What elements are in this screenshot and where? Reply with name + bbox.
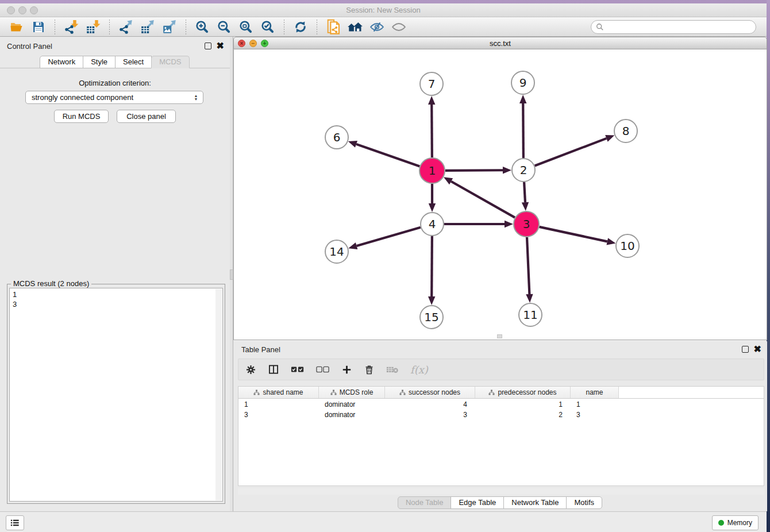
main-titlebar[interactable]: Session: New Session	[0, 3, 767, 17]
graph-edge-1-7[interactable]	[432, 105, 432, 157]
export-image-button[interactable]	[160, 19, 179, 35]
search-box[interactable]	[591, 20, 756, 34]
network-graph[interactable]: 7968124314101511	[234, 49, 767, 339]
show-panels-button[interactable]	[6, 515, 24, 530]
delete-table-button-disabled[interactable]	[386, 365, 399, 374]
search-input[interactable]	[606, 22, 751, 32]
column-header-successor-nodes[interactable]: successor nodes	[385, 387, 475, 398]
network-window-titlebar[interactable]: × − + scc.txt	[233, 37, 767, 49]
layout-document-button[interactable]	[324, 19, 342, 35]
canvas-resize-grip[interactable]	[497, 334, 502, 338]
network-window-title: scc.txt	[234, 37, 767, 50]
add-row-button[interactable]	[341, 364, 352, 375]
open-file-button[interactable]	[7, 19, 26, 35]
tab-mcds[interactable]: MCDS	[151, 56, 189, 68]
column-label: name	[586, 388, 603, 396]
optimization-criterion-dropdown[interactable]: strongly connected component ▲▼	[25, 91, 203, 104]
graph-edge-arrowhead	[348, 141, 357, 148]
toolbar-separator	[186, 20, 186, 34]
graph-edge-1-6[interactable]	[356, 144, 419, 167]
tab-motifs[interactable]: Motifs	[566, 496, 602, 509]
tab-edge-table[interactable]: Edge Table	[451, 496, 504, 509]
refresh-layout-button[interactable]	[291, 19, 310, 35]
table-scroll-strip[interactable]	[238, 488, 764, 495]
close-table-panel-icon[interactable]: ✖	[754, 346, 761, 353]
network-canvas[interactable]: 7968124314101511	[233, 49, 767, 340]
export-table-button[interactable]	[138, 19, 157, 35]
tab-style[interactable]: Style	[83, 56, 116, 68]
function-builder-button-disabled[interactable]: f(x)	[410, 364, 428, 376]
network-maximize-button[interactable]: +	[261, 40, 268, 47]
float-panel-icon[interactable]	[205, 43, 211, 49]
column-header-MCDS-role[interactable]: MCDS role	[319, 387, 385, 398]
table-row[interactable]: 3dominator323	[238, 410, 764, 419]
memory-status-dot	[718, 520, 724, 526]
export-network-button[interactable]	[117, 19, 135, 35]
home-houses-button[interactable]	[346, 19, 364, 35]
eye-icon	[391, 20, 407, 34]
graph-node-label: 2	[520, 163, 528, 177]
network-minimize-button[interactable]: −	[249, 40, 257, 47]
plus-icon	[341, 364, 352, 375]
graph-edge-4-15[interactable]	[432, 236, 432, 296]
import-network-icon	[64, 20, 79, 34]
graph-node-label: 15	[424, 310, 438, 324]
float-table-panel-icon[interactable]	[742, 346, 749, 353]
tab-network[interactable]: Network	[40, 56, 83, 68]
trash-icon	[364, 364, 375, 375]
close-panel-icon[interactable]: ✖	[217, 43, 224, 49]
tab-network-table[interactable]: Network Table	[503, 496, 567, 509]
column-header-name[interactable]: name	[571, 387, 619, 398]
save-session-button[interactable]	[29, 19, 48, 35]
zoom-in-button[interactable]	[193, 19, 211, 35]
toggle-columns-button[interactable]	[268, 364, 279, 375]
control-panel-title: Control Panel	[7, 42, 52, 51]
close-panel-button[interactable]: Close panel	[117, 110, 176, 123]
column-header-predecessor-nodes[interactable]: predecessor nodes	[475, 387, 571, 398]
column-label: shared name	[263, 388, 303, 396]
graph-edge-3-1[interactable]	[451, 182, 515, 218]
graph-edge-2-8[interactable]	[535, 138, 607, 166]
graph-edge-arrowhead	[429, 203, 436, 212]
column-header-shared-name[interactable]: shared name	[238, 387, 319, 398]
table-cell: 1	[238, 400, 319, 408]
open-folder-icon	[9, 20, 24, 34]
tab-node-table[interactable]: Node Table	[398, 496, 452, 509]
graph-edge-3-10[interactable]	[539, 227, 607, 242]
delete-rows-button[interactable]	[364, 364, 375, 375]
mcds-result-group: MCDS result (2 nodes) 13	[7, 284, 225, 504]
graph-edge-arrowhead	[505, 221, 513, 228]
zoom-selected-button[interactable]	[259, 19, 277, 35]
memory-button[interactable]: Memory	[712, 515, 759, 530]
columns-icon	[268, 364, 279, 375]
result-scrollbar[interactable]	[215, 289, 222, 500]
show-eye-button[interactable]	[390, 19, 408, 35]
table-row[interactable]: 1dominator411	[238, 400, 764, 409]
mcds-result-text: 13	[13, 290, 17, 309]
unchecked-boxes-icon	[316, 365, 330, 373]
run-mcds-button[interactable]: Run MCDS	[54, 110, 109, 123]
select-all-button[interactable]	[291, 365, 305, 373]
graph-edge-4-14[interactable]	[357, 228, 421, 246]
network-close-button[interactable]: ×	[238, 40, 245, 47]
zoom-fit-button[interactable]	[237, 19, 255, 35]
mcds-result-textarea[interactable]: 13	[9, 288, 223, 502]
dropdown-stepper-icon: ▲▼	[192, 94, 200, 101]
graph-edge-arrowhead	[526, 294, 533, 303]
graph-edge-1-2[interactable]	[445, 170, 503, 171]
table-cell: 1	[571, 400, 619, 408]
graph-edge-3-11[interactable]	[527, 237, 529, 294]
zoom-out-button[interactable]	[215, 19, 233, 35]
table-settings-gear-button[interactable]	[245, 364, 256, 375]
hide-eye-button[interactable]	[368, 19, 386, 35]
import-network-button[interactable]	[62, 19, 80, 35]
graph-edge-2-9[interactable]	[523, 103, 523, 158]
deselect-all-button[interactable]	[316, 365, 330, 373]
tab-select[interactable]: Select	[115, 56, 152, 68]
graph-node-label: 7	[428, 77, 436, 91]
graph-edge-2-3[interactable]	[524, 182, 525, 202]
import-table-button[interactable]	[84, 19, 102, 35]
table-cell: 2	[475, 411, 571, 419]
graph-edge-arrowhead	[428, 296, 435, 305]
status-bar: Memory	[0, 511, 767, 532]
